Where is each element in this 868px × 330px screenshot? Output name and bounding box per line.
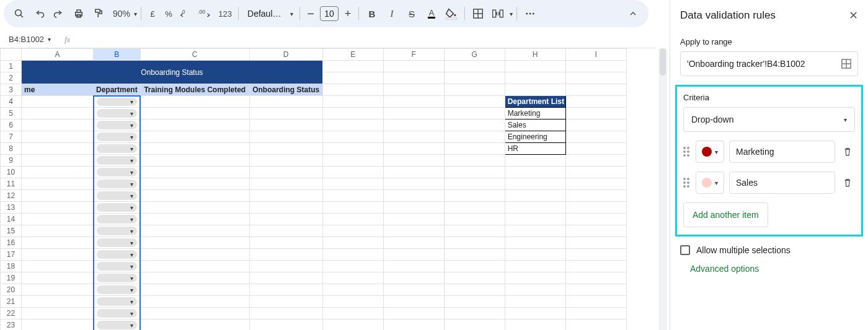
cell[interactable]	[322, 319, 383, 331]
row-header[interactable]: 12	[1, 190, 22, 202]
cell[interactable]	[140, 284, 249, 296]
row-header[interactable]: 8	[1, 143, 22, 155]
row-header[interactable]: 10	[1, 167, 22, 178]
cell[interactable]	[565, 72, 626, 84]
cell[interactable]	[444, 155, 505, 167]
strikethrough-button[interactable]: S	[402, 4, 421, 23]
cell[interactable]	[444, 249, 505, 261]
collapse-toolbar-icon[interactable]	[624, 4, 642, 23]
dropdown-chip[interactable]	[97, 250, 138, 259]
allow-multiple-checkbox[interactable]	[680, 245, 690, 255]
cell[interactable]	[22, 225, 94, 237]
cell[interactable]	[444, 167, 505, 178]
dropdown-chip[interactable]	[97, 215, 138, 224]
currency-button[interactable]: £	[145, 4, 160, 23]
dropdown-chip[interactable]	[97, 121, 138, 129]
name-box[interactable]: B4:B1002 ▾	[4, 33, 53, 46]
cell[interactable]	[140, 143, 249, 155]
cell[interactable]	[249, 319, 322, 331]
cell[interactable]	[249, 225, 322, 237]
cell[interactable]	[22, 249, 94, 261]
dropdown-chip[interactable]	[97, 98, 138, 106]
dropdown-chip[interactable]	[97, 297, 138, 306]
cell[interactable]	[505, 308, 565, 319]
print-icon[interactable]	[69, 4, 88, 23]
cell[interactable]	[140, 155, 249, 167]
cell[interactable]	[140, 190, 249, 202]
cell[interactable]	[383, 296, 444, 308]
cell[interactable]	[565, 190, 626, 202]
number-format-button[interactable]: 123	[216, 4, 234, 23]
cell[interactable]	[249, 143, 322, 155]
cell[interactable]	[249, 96, 322, 108]
cell[interactable]	[22, 296, 94, 308]
cell[interactable]	[565, 131, 626, 143]
cell[interactable]	[140, 119, 249, 131]
cell[interactable]	[505, 261, 565, 272]
cell[interactable]	[505, 272, 565, 284]
cell[interactable]	[505, 237, 565, 249]
cell[interactable]	[505, 167, 565, 178]
cell[interactable]	[444, 84, 505, 96]
header-d[interactable]: Onboarding Status	[249, 84, 322, 96]
row-header[interactable]: 15	[1, 225, 22, 237]
dropdown-chip[interactable]	[97, 109, 138, 118]
cell[interactable]	[505, 284, 565, 296]
cell[interactable]	[22, 178, 94, 190]
department-dropdown-cell[interactable]	[94, 261, 141, 272]
cell[interactable]	[322, 272, 383, 284]
cell[interactable]	[505, 155, 565, 167]
dropdown-chip[interactable]	[97, 132, 138, 141]
row-header[interactable]: 9	[1, 155, 22, 167]
cell[interactable]	[383, 72, 444, 84]
cell[interactable]	[444, 61, 505, 72]
cell[interactable]	[383, 284, 444, 296]
cell[interactable]	[140, 131, 249, 143]
cell[interactable]	[322, 131, 383, 143]
cell[interactable]	[383, 167, 444, 178]
cell[interactable]	[140, 214, 249, 225]
dropdown-chip[interactable]	[97, 168, 138, 176]
redo-icon[interactable]	[50, 4, 68, 23]
cell[interactable]	[322, 119, 383, 131]
cell[interactable]	[249, 108, 322, 119]
department-dropdown-cell[interactable]	[94, 272, 141, 284]
delete-icon[interactable]	[840, 175, 855, 190]
cell[interactable]	[505, 190, 565, 202]
row-header[interactable]: 4	[1, 96, 22, 108]
cell[interactable]	[383, 131, 444, 143]
dropdown-chip[interactable]	[97, 238, 138, 247]
criteria-color-select[interactable]: ▾	[696, 172, 724, 194]
cell[interactable]	[383, 143, 444, 155]
cell[interactable]	[565, 225, 626, 237]
cell[interactable]	[322, 296, 383, 308]
cell[interactable]	[383, 249, 444, 261]
cell[interactable]	[140, 261, 249, 272]
cell[interactable]	[565, 84, 626, 96]
cell[interactable]	[383, 61, 444, 72]
cell[interactable]	[383, 202, 444, 214]
dropdown-chip[interactable]	[97, 321, 138, 329]
undo-icon[interactable]	[30, 4, 48, 23]
cell[interactable]	[444, 119, 505, 131]
cell[interactable]	[565, 143, 626, 155]
dropdown-chip[interactable]	[97, 144, 138, 153]
cell[interactable]	[505, 72, 565, 84]
cell[interactable]	[383, 225, 444, 237]
cell[interactable]	[22, 237, 94, 249]
cell[interactable]	[322, 96, 383, 108]
vertical-scrollbar[interactable]	[658, 48, 667, 330]
cell[interactable]	[383, 272, 444, 284]
cell[interactable]	[444, 296, 505, 308]
cell[interactable]	[249, 261, 322, 272]
cell[interactable]	[22, 143, 94, 155]
cell[interactable]	[249, 249, 322, 261]
cell[interactable]	[322, 61, 383, 72]
cell[interactable]	[505, 202, 565, 214]
dropdown-chip[interactable]	[97, 180, 138, 188]
spreadsheet-grid[interactable]: ABCDEFGHI1Onboarding Status23meDepartmen…	[0, 48, 656, 330]
cell[interactable]	[249, 178, 322, 190]
dept-list-item[interactable]: HR	[505, 143, 565, 155]
close-icon[interactable]: ✕	[849, 9, 858, 22]
cell[interactable]	[444, 72, 505, 84]
